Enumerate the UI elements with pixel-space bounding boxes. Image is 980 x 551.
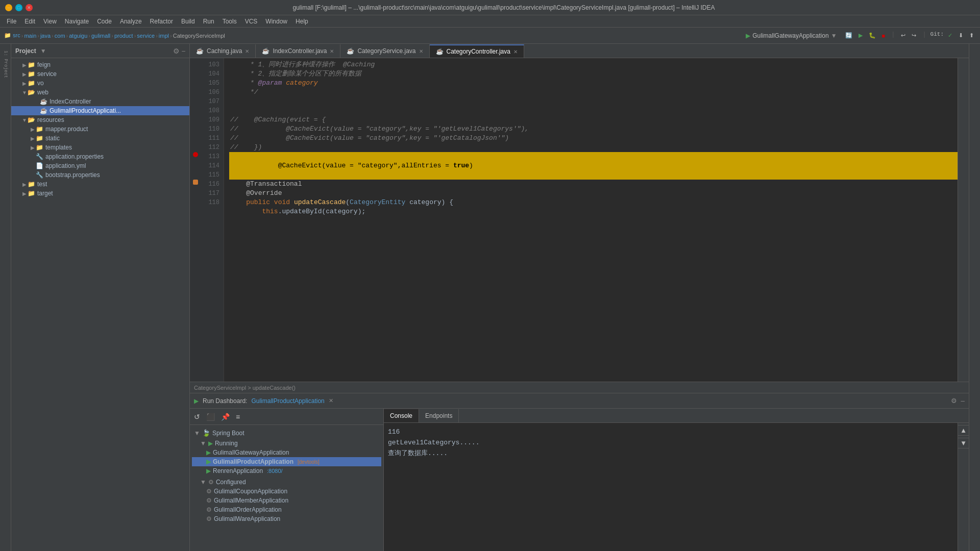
project-tree: ▶ 📁 feign ▶ 📁 service ▶ 📁 — [11, 58, 189, 551]
toolbar-undo-btn[interactable]: ↩ — [899, 31, 908, 40]
run-item-ware[interactable]: ⚙ GulimallWareApplication — [192, 514, 381, 523]
breadcrumb-src[interactable]: 📁 src — [4, 32, 20, 39]
code-line-112: // }) — [230, 143, 958, 152]
tree-item-feign[interactable]: ▶ 📁 feign — [11, 60, 189, 69]
run-tab-console[interactable]: Console — [384, 409, 419, 422]
code-line-116: public void updateCascade(CategoryEntity… — [230, 198, 958, 207]
breadcrumb-impl[interactable]: impl — [159, 33, 169, 39]
tree-item-indexcontroller[interactable]: ☕ IndexController — [11, 97, 189, 106]
left-panel-1[interactable]: 1: Project — [0, 44, 11, 85]
console-scroll-controls: ▲ ▼ — [958, 423, 969, 551]
run-filter-btn[interactable]: ≡ — [234, 411, 242, 423]
toolbar-git-check-btn[interactable]: ✓ — [946, 31, 954, 40]
main-area: 1: Project Project ▼ ⚙ – ▶ 📁 feign — [0, 44, 980, 551]
tree-item-templates[interactable]: ▶ 📁 templates — [11, 143, 189, 152]
run-app-name[interactable]: GulimallProductApplication — [251, 397, 324, 405]
window-controls[interactable]: – □ ✕ — [5, 4, 33, 11]
toolbar-run-btn[interactable]: ▶ — [856, 31, 865, 40]
code-line-114: @Transactional — [230, 180, 958, 189]
tree-item-guliproductapp[interactable]: ☕ GulimallProductApplicati... — [11, 106, 189, 115]
tab-categorycontroller-java[interactable]: ☕ CategoryController.java ✕ — [430, 44, 524, 58]
toolbar-redo-btn[interactable]: ↪ — [910, 31, 918, 40]
menu-help[interactable]: Help — [291, 17, 312, 26]
tab-close-indexcontroller[interactable]: ✕ — [330, 48, 334, 54]
editor-right-margin — [958, 58, 969, 382]
toolbar-git-update-btn[interactable]: ⬇ — [957, 31, 965, 40]
code-line-117: this.updateById(category); — [230, 207, 958, 216]
code-line-103: * 1、同时进行多种缓存操作 @Caching — [230, 60, 958, 69]
tree-item-target[interactable]: ▶ 📁 target — [11, 189, 189, 198]
tree-item-vo[interactable]: ▶ 📁 vo — [11, 79, 189, 88]
tree-item-mapper-product[interactable]: ▶ 📁 mapper.product — [11, 124, 189, 134]
maximize-button[interactable]: □ — [15, 4, 22, 11]
tree-item-bootstrap-properties[interactable]: 🔧 bootstrap.properties — [11, 170, 189, 180]
tab-close-caching[interactable]: ✕ — [245, 48, 249, 54]
breadcrumb-com[interactable]: com — [55, 33, 65, 39]
tab-close-categoryservice[interactable]: ✕ — [419, 48, 423, 54]
run-group-configured-header[interactable]: ▼ ⚙ Configured — [192, 478, 381, 487]
console-scroll-up[interactable]: ▲ — [958, 425, 969, 436]
run-rerun-btn[interactable]: ↺ — [192, 411, 202, 423]
code-content[interactable]: * 1、同时进行多种缓存操作 @Caching * 2、指定删除某个分区下的所有… — [224, 58, 958, 382]
tab-close-categorycontroller[interactable]: ✕ — [513, 49, 518, 55]
breadcrumb-product[interactable]: product — [114, 33, 133, 39]
toolbar-stop-btn[interactable]: ■ — [880, 31, 888, 40]
toolbar: 📁 src › main › java › com › atguigu › gu… — [0, 28, 980, 44]
tree-item-static[interactable]: ▶ 📁 static — [11, 134, 189, 143]
breadcrumb-main[interactable]: main — [24, 33, 36, 39]
menu-refactor[interactable]: Refactor — [146, 17, 177, 26]
running-label: Running — [215, 440, 238, 447]
bottom-breadcrumb-text: CategoryServiceImpl > updateCascade() — [194, 385, 296, 391]
minimize-button[interactable]: – — [5, 4, 12, 11]
breadcrumb-java[interactable]: java — [40, 33, 51, 39]
console-scroll-down[interactable]: ▼ — [958, 438, 969, 448]
menu-build[interactable]: Build — [177, 17, 199, 26]
run-group-running-header[interactable]: ▼ ▶ Running — [192, 439, 381, 448]
run-item-gateway[interactable]: ▶ GulimallGatewayApplication — [192, 448, 381, 457]
tree-item-service[interactable]: ▶ 📁 service — [11, 69, 189, 79]
tree-item-app-properties[interactable]: 🔧 application.properties — [11, 152, 189, 161]
menu-vcs[interactable]: VCS — [241, 17, 262, 26]
sidebar-settings-btn[interactable]: ⚙ — [173, 47, 180, 55]
breadcrumb-file[interactable]: CategoryServiceImpl — [173, 33, 225, 39]
run-item-renren[interactable]: ▶ RenrenApplication :8080/ — [192, 466, 381, 475]
tree-item-app-yml[interactable]: 📄 application.yml — [11, 161, 189, 170]
run-item-member[interactable]: ⚙ GulimallMemberApplication — [192, 496, 381, 505]
menu-window[interactable]: Window — [261, 17, 291, 26]
run-item-coupon[interactable]: ⚙ GulimallCouponApplication — [192, 487, 381, 496]
breadcrumb-atguigu[interactable]: atguigu — [69, 33, 87, 39]
toolbar-git-push-btn[interactable]: ⬆ — [967, 31, 976, 40]
tab-caching-java[interactable]: ☕ Caching.java ✕ — [190, 44, 256, 58]
close-button[interactable]: ✕ — [26, 4, 33, 11]
toolbar-debug-btn[interactable]: 🐛 — [867, 31, 878, 40]
tab-categoryservice-java[interactable]: ☕ CategoryService.java ✕ — [340, 44, 429, 58]
sidebar-title: Project — [15, 47, 36, 55]
tree-item-web[interactable]: ▼ 📂 web — [11, 88, 189, 97]
run-tab-endpoints[interactable]: Endpoints — [419, 409, 459, 422]
run-item-product[interactable]: ▶ GulimallProductApplication [devtools] — [192, 457, 381, 466]
sidebar-collapse-btn[interactable]: – — [182, 47, 185, 55]
menu-view[interactable]: View — [39, 17, 61, 26]
breadcrumb-service[interactable]: service — [137, 33, 155, 39]
menu-run[interactable]: Run — [199, 17, 218, 26]
run-group-springboot-header[interactable]: ▼ 🍃 Spring Boot — [192, 428, 381, 438]
breadcrumb-gulimall[interactable]: gulimall — [91, 33, 110, 39]
menu-edit[interactable]: Edit — [20, 17, 39, 26]
menu-navigate[interactable]: Navigate — [61, 17, 93, 26]
menu-code[interactable]: Code — [93, 17, 116, 26]
toolbar-refresh-btn[interactable]: 🔄 — [843, 31, 854, 40]
console-line-2: getLevel1Categorys..... — [388, 438, 953, 448]
menu-tools[interactable]: Tools — [218, 17, 241, 26]
run-pin-btn[interactable]: 📌 — [219, 411, 232, 423]
run-stop-btn[interactable]: ⬛ — [204, 411, 217, 423]
menu-file[interactable]: File — [3, 17, 20, 26]
tree-item-test[interactable]: ▶ 📁 test — [11, 180, 189, 189]
run-item-order[interactable]: ⚙ GulimallOrderApplication — [192, 505, 381, 514]
tree-item-resources[interactable]: ▼ 📂 resources — [11, 115, 189, 124]
run-dashboard-settings-btn[interactable]: ⚙ — [951, 397, 957, 405]
run-dashboard-collapse-btn[interactable]: – — [961, 397, 965, 405]
run-config-selector[interactable]: ▶ GulimallGatewayApplication ▼ — [746, 32, 837, 39]
tab-indexcontroller-java[interactable]: ☕ IndexController.java ✕ — [256, 44, 340, 58]
menu-analyze[interactable]: Analyze — [116, 17, 146, 26]
run-content: ↺ ⬛ 📌 ≡ ▼ 🍃 Spring Boot — [190, 409, 969, 551]
